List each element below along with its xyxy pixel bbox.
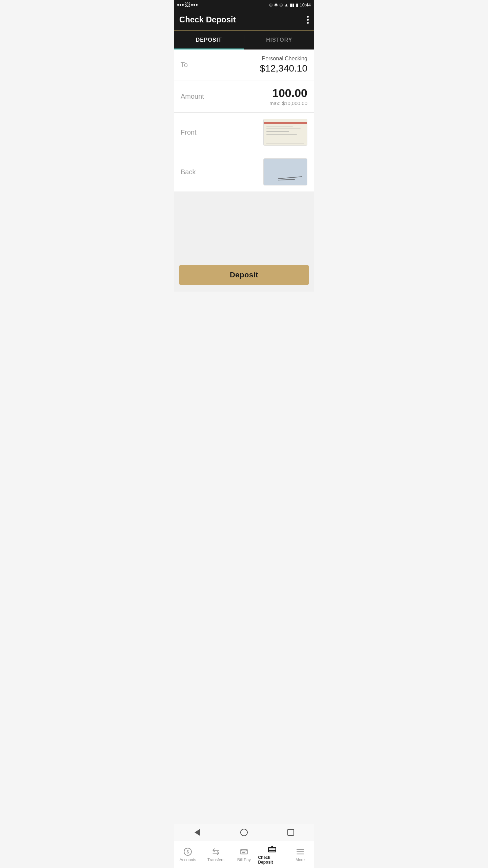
- signal-icon: ▮▮: [290, 2, 294, 7]
- home-circle-icon: [240, 829, 248, 836]
- billpay-nav-label: Bill Pay: [237, 857, 251, 862]
- battery-icon: ▮: [296, 2, 298, 7]
- front-check-image[interactable]: [263, 119, 307, 146]
- signal-dots-2: [191, 4, 198, 6]
- amount-value-group: 100.00 max: $10,000.00: [269, 86, 307, 106]
- front-label: Front: [181, 129, 197, 136]
- deposit-form: To Personal Checking $12,340.10 Amount 1…: [174, 50, 314, 192]
- svg-rect-3: [268, 847, 276, 852]
- status-left-icons: 🖼: [177, 2, 198, 7]
- nav-item-checkdeposit[interactable]: Check Deposit: [258, 841, 286, 868]
- back-check-image[interactable]: [263, 158, 307, 185]
- nav-item-transfers[interactable]: Transfers: [202, 841, 230, 868]
- back-triangle-icon: [195, 829, 200, 836]
- back-button[interactable]: [192, 827, 202, 837]
- back-label: Back: [181, 168, 196, 176]
- minus-icon: ⊖: [279, 2, 283, 7]
- wifi-icon: ▲: [284, 2, 289, 7]
- recents-square-icon: [287, 829, 294, 836]
- nav-item-accounts[interactable]: $ Accounts: [174, 841, 202, 868]
- tab-deposit[interactable]: DEPOSIT: [174, 31, 244, 50]
- overflow-menu-button[interactable]: [307, 16, 309, 24]
- status-right-icons: ⊕ ✱ ⊖ ▲ ▮▮ ▮ 10:44: [269, 2, 311, 7]
- tab-bar: DEPOSIT HISTORY: [174, 31, 314, 50]
- transfers-nav-label: Transfers: [207, 857, 224, 862]
- account-name: Personal Checking: [260, 56, 307, 62]
- transfers-icon: [211, 847, 220, 856]
- sync-icon: ⊕: [269, 2, 273, 7]
- status-bar: 🖼 ⊕ ✱ ⊖ ▲ ▮▮ ▮ 10:44: [174, 0, 314, 9]
- to-row[interactable]: To Personal Checking $12,340.10: [174, 50, 314, 80]
- bottom-navigation: $ Accounts Transfers Bill Pay Check Depo…: [174, 841, 314, 868]
- checkdeposit-nav-label: Check Deposit: [258, 855, 286, 865]
- nav-item-billpay[interactable]: Bill Pay: [230, 841, 258, 868]
- deposit-button[interactable]: Deposit: [179, 265, 309, 285]
- back-check-visual: [264, 159, 307, 185]
- recents-button[interactable]: [286, 827, 296, 837]
- accounts-icon: $: [183, 847, 192, 856]
- app-title: Check Deposit: [179, 15, 236, 24]
- account-balance: $12,340.10: [260, 63, 307, 74]
- to-label: To: [181, 61, 188, 69]
- amount-value: 100.00: [269, 86, 307, 100]
- amount-max: max: $10,000.00: [269, 100, 307, 106]
- amount-label: Amount: [181, 93, 204, 100]
- tab-history[interactable]: HISTORY: [244, 31, 314, 50]
- checkdeposit-icon: [268, 845, 277, 854]
- system-navigation: [174, 824, 314, 841]
- more-nav-label: More: [296, 857, 305, 862]
- deposit-button-container: Deposit: [174, 260, 314, 292]
- photo-icon: 🖼: [185, 2, 190, 7]
- back-row[interactable]: Back: [174, 152, 314, 192]
- app-bar: Check Deposit: [174, 9, 314, 31]
- front-row[interactable]: Front: [174, 113, 314, 152]
- more-nav-icon: [296, 847, 305, 856]
- home-button[interactable]: [239, 827, 249, 837]
- front-check-visual: [264, 119, 307, 145]
- time-display: 10:44: [300, 2, 311, 7]
- to-value-group: Personal Checking $12,340.10: [260, 56, 307, 74]
- nav-item-more[interactable]: More: [286, 841, 314, 868]
- bluetooth-icon: ✱: [274, 2, 278, 7]
- signal-dots: [177, 4, 184, 6]
- nav-spacer: [174, 292, 314, 336]
- accounts-nav-label: Accounts: [180, 857, 196, 862]
- billpay-icon: [240, 847, 248, 856]
- content-spacer: [174, 192, 314, 260]
- amount-row[interactable]: Amount 100.00 max: $10,000.00: [174, 80, 314, 113]
- svg-text:$: $: [187, 849, 189, 854]
